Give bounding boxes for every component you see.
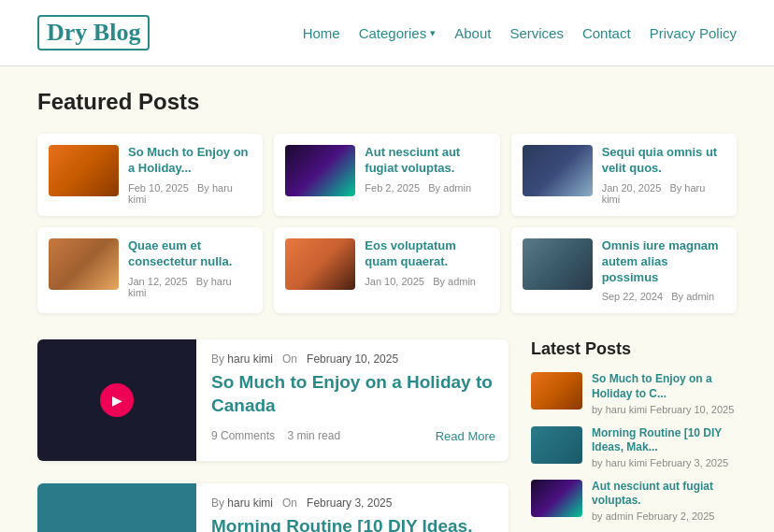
sidebar-title: Latest Posts [531,339,737,359]
featured-card-link[interactable]: So Much to Enjoy on a Holiday... [128,145,251,177]
latest-item: So Much to Enjoy on a Holiday to C... by… [531,372,737,414]
featured-card-meta: Feb 10, 2025 By haru kimi [128,182,251,205]
post-title: So Much to Enjoy on a Holiday to Canada [211,371,495,417]
read-more-link[interactable]: Read More [436,429,495,443]
latest-thumbnail [531,426,582,464]
post-card: ▶ By haru kimi On February 10, 2025 So M… [37,339,509,461]
post-byline: By haru kimi On February 10, 2025 [211,352,495,366]
post-footer: 9 Comments 3 min read Read More [211,429,495,443]
latest-thumbnail [531,372,582,410]
featured-card: Eos voluptatum quam quaerat. Jan 10, 202… [274,227,499,314]
post-byline: By haru kimi On February 3, 2025 [211,496,495,510]
post-title: Morning Routine [10 DIY Ideas, Makeup, H… [211,515,495,532]
site-header: Dry Blog Home Categories ▾ About Service… [0,0,774,66]
featured-thumbnail [285,145,355,196]
featured-section-title: Featured Posts [37,89,737,115]
featured-card: Quae eum et consectetur nulla. Jan 12, 2… [37,227,263,314]
sidebar: Latest Posts So Much to Enjoy on a Holid… [531,339,737,532]
post-thumbnail: 🕊 [37,483,196,532]
featured-card: Aut nesciunt aut fugiat voluptas. Feb 2,… [274,134,499,216]
latest-item: Aut nesciunt aut fugiat voluptas. by adm… [531,480,737,522]
seagull-icon: 🕊 [99,525,135,532]
featured-card: Omnis iure magnam autem alias possimus S… [511,227,737,314]
featured-thumbnail [523,238,593,290]
featured-card-link[interactable]: Sequi quia omnis ut velit quos. [602,145,725,177]
featured-card-meta: Jan 10, 2025 By admin [365,276,488,287]
nav-categories[interactable]: Categories ▾ [359,25,437,41]
post-thumb-bg: 🕊 [37,483,196,532]
posts-list: ▶ By haru kimi On February 10, 2025 So M… [37,339,509,532]
featured-thumbnail [523,145,593,196]
latest-thumbnail [531,480,582,517]
nav-contact[interactable]: Contact [582,25,631,41]
featured-thumbnail [49,238,119,290]
bottom-layout: ▶ By haru kimi On February 10, 2025 So M… [37,339,737,532]
featured-card-link[interactable]: Aut nesciunt aut fugiat voluptas. [365,145,488,177]
post-title-link[interactable]: So Much to Enjoy on a Holiday to Canada [211,372,493,415]
featured-card: Sequi quia omnis ut velit quos. Jan 20, … [511,134,737,216]
post-thumbnail: ▶ [37,339,196,461]
latest-meta: by admin February 2, 2025 [592,510,737,522]
nav-home[interactable]: Home [303,25,340,41]
play-icon[interactable]: ▶ [100,383,134,417]
latest-meta: by haru kimi February 10, 2025 [592,404,737,415]
latest-meta: by haru kimi February 3, 2025 [592,457,737,468]
site-logo: Dry Blog [37,15,150,50]
post-card: 🕊 By haru kimi On February 3, 2025 Morni… [37,483,509,532]
featured-card-meta: Jan 12, 2025 By haru kimi [128,276,251,298]
featured-card-meta: Jan 20, 2025 By haru kimi [602,182,725,205]
featured-card-link[interactable]: Quae eum et consectetur nulla. [128,238,251,270]
latest-post-link[interactable]: Morning Routine [10 DIY Ideas, Mak... [592,426,737,455]
main-nav: Home Categories ▾ About Services Contact… [303,25,737,41]
featured-thumbnail [285,238,355,290]
nav-about[interactable]: About [454,25,491,41]
post-title-link[interactable]: Morning Routine [10 DIY Ideas, Makeup, H… [211,516,472,532]
latest-post-link[interactable]: So Much to Enjoy on a Holiday to C... [592,372,737,401]
chevron-down-icon: ▾ [430,27,436,39]
featured-grid: So Much to Enjoy on a Holiday... Feb 10,… [37,134,737,313]
featured-thumbnail [49,145,119,196]
latest-item: Morning Routine [10 DIY Ideas, Mak... by… [531,426,737,468]
post-thumb-bg: ▶ [37,339,196,461]
featured-card-meta: Feb 2, 2025 By admin [365,182,488,194]
nav-services[interactable]: Services [509,25,564,41]
latest-post-link[interactable]: Aut nesciunt aut fugiat voluptas. [592,480,737,509]
main-content: Featured Posts So Much to Enjoy on a Hol… [0,66,774,532]
nav-privacy[interactable]: Privacy Policy [650,25,737,41]
featured-card: So Much to Enjoy on a Holiday... Feb 10,… [37,134,263,216]
post-stats: 9 Comments 3 min read [211,429,340,442]
featured-card-meta: Sep 22, 2024 By admin [602,291,725,302]
featured-card-link[interactable]: Eos voluptatum quam quaerat. [365,238,488,270]
featured-card-link[interactable]: Omnis iure magnam autem alias possimus [602,238,725,286]
